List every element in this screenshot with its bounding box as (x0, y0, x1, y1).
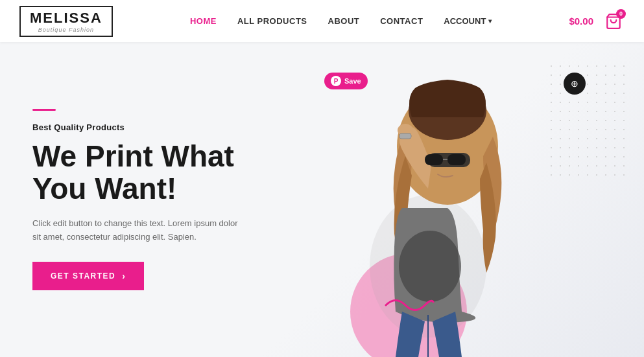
nav-account-label: ACCOUNT (444, 16, 486, 26)
logo[interactable]: MELISSA Boutique Fashion (19, 6, 113, 37)
nav-account[interactable]: ACCOUNT ▾ (444, 16, 492, 26)
squiggle-decoration (383, 292, 435, 312)
logo-name: MELISSA (30, 11, 102, 25)
hero-woman-image (311, 59, 545, 357)
svg-rect-8 (447, 154, 466, 165)
zoom-icon: ⊕ (571, 78, 578, 89)
hero-content: Best Quality Products We Print What You … (0, 42, 298, 357)
hero-title: We Print What You Want! (32, 140, 272, 205)
cart-badge: 0 (616, 9, 626, 19)
arrow-icon: › (122, 271, 126, 281)
main-nav: HOME ALL PRODUCTS ABOUT CONTACT ACCOUNT … (190, 16, 492, 26)
get-started-label: GET STARTED (51, 271, 115, 281)
hero-description: Click edit button to change this text. L… (32, 217, 240, 244)
svg-rect-11 (400, 133, 411, 139)
hero-title-line2: You Want! (32, 172, 176, 205)
header: MELISSA Boutique Fashion HOME ALL PRODUC… (0, 0, 644, 42)
chevron-down-icon: ▾ (488, 17, 492, 25)
svg-rect-7 (425, 154, 443, 165)
get-started-button[interactable]: GET STARTED › (32, 262, 144, 290)
zoom-button[interactable]: ⊕ (564, 73, 586, 95)
cart-button[interactable]: 0 (602, 10, 625, 32)
pinterest-icon: P (331, 76, 341, 86)
hero-image-area: P Save ⊕ (298, 42, 644, 357)
nav-all-products[interactable]: ALL PRODUCTS (237, 16, 307, 26)
svg-point-5 (399, 231, 461, 302)
save-button[interactable]: P Save (324, 73, 368, 89)
save-label: Save (344, 77, 361, 85)
nav-about[interactable]: ABOUT (328, 16, 360, 26)
nav-contact[interactable]: CONTACT (380, 16, 423, 26)
dot-grid-decoration (547, 62, 631, 178)
hero-section: Best Quality Products We Print What You … (0, 42, 644, 357)
accent-line (32, 109, 56, 111)
hero-title-line1: We Print What (32, 139, 234, 173)
nav-home[interactable]: HOME (190, 16, 217, 26)
hero-subtitle: Best Quality Products (32, 122, 272, 132)
cart-price[interactable]: $0.00 (569, 16, 593, 27)
logo-tagline: Boutique Fashion (38, 27, 94, 33)
header-right: $0.00 0 (569, 10, 625, 32)
